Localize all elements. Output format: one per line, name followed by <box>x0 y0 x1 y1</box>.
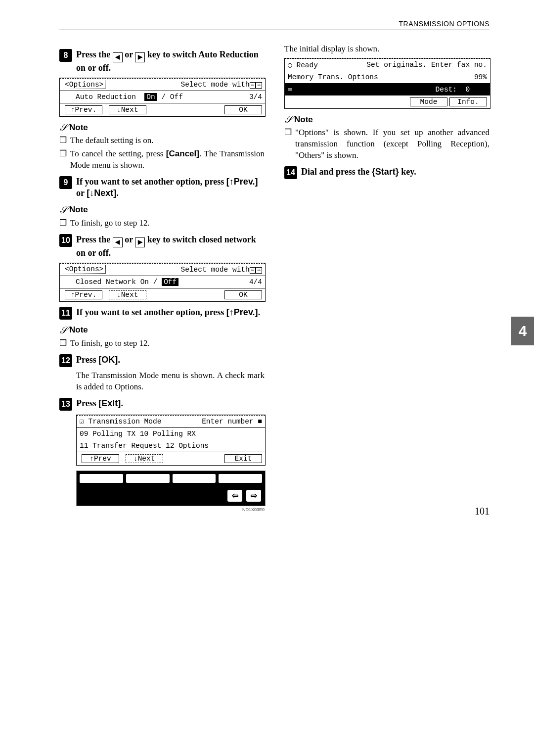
right-arrow-icon: ▶ <box>135 237 145 247</box>
lcd-prev-button[interactable]: ↑Prev <box>82 454 119 463</box>
note-heading: 𝒮 Note <box>59 122 265 133</box>
note-heading: 𝒮 Note <box>284 114 490 125</box>
step-13: 13 Press [Exit]. <box>59 398 265 411</box>
note-heading: 𝒮 Note <box>59 325 265 336</box>
note-list: "Options" is shown. If you set up anothe… <box>284 127 490 161</box>
note-list: To finish, go to step 12. <box>59 218 265 229</box>
lcd-panel-ready: ◯ Ready Set originals. Enter fax no. Mem… <box>284 58 490 109</box>
text: or <box>123 235 135 244</box>
soft-key[interactable] <box>126 474 170 483</box>
step-number: 13 <box>59 398 72 411</box>
step-body: The Transmission Mode menu is shown. A c… <box>76 370 265 393</box>
lcd-line2: Closed Network On / Off <box>63 278 178 286</box>
header-section-title: TRANSMISSION OPTIONS <box>59 20 490 30</box>
step-text: Press [Exit]. <box>76 398 123 409</box>
chapter-tab: 4 <box>511 317 534 345</box>
step-11: 11 If you want to set another option, pr… <box>59 307 265 320</box>
lcd-line2: Auto Reduction On / Off <box>63 93 183 101</box>
note-item: The default setting is on. <box>70 135 265 146</box>
note-item: To cancel the setting, press [Cancel]. T… <box>70 148 265 171</box>
step-text: If you want to set another option, press… <box>76 307 261 318</box>
soft-key[interactable] <box>219 474 262 483</box>
lcd-title-left: <Options> <box>63 265 106 274</box>
arrow-key-panel: ⇦ ⇨ <box>76 471 266 506</box>
lcd-next-button-disabled: ↓Next <box>109 290 146 299</box>
note-label: Note <box>294 115 313 125</box>
step-12: 12 Press [OK]. <box>59 354 265 367</box>
lcd-percent: 99% <box>474 73 487 81</box>
lcd-mode-button[interactable]: Mode <box>410 97 447 106</box>
lcd-line: 09 Polling TX 10 Polling RX <box>77 428 265 440</box>
note-item: To finish, go to step 12. <box>70 218 265 229</box>
note-list: The default setting is on. To cancel the… <box>59 135 265 171</box>
soft-key[interactable] <box>80 474 123 483</box>
step-14: 14 Dial and press the {Start} key. <box>284 166 490 179</box>
step-text: Press [OK]. <box>76 354 120 366</box>
step-number: 8 <box>59 49 72 62</box>
lcd-title-left: ☑ Transmission Mode <box>80 417 161 425</box>
lcd-exit-button[interactable]: Exit <box>224 454 262 463</box>
lcd-ok-button[interactable]: OK <box>224 105 262 114</box>
text: or <box>123 49 135 59</box>
lcd-memory-trans: Memory Trans. Options <box>288 73 378 81</box>
step-9: 9 If you want to set another option, pre… <box>59 176 265 199</box>
note-label: Note <box>69 205 88 215</box>
figure-caption: ND1X03E0 <box>76 507 265 512</box>
lcd-line2-right: 3/4 <box>249 93 262 101</box>
note-label: Note <box>69 123 88 133</box>
left-arrow-icon: ◀ <box>113 52 123 62</box>
note-list: To finish, go to step 12. <box>59 338 265 349</box>
intro-text: The initial display is shown. <box>284 44 490 54</box>
left-arrow-key[interactable]: ⇦ <box>227 490 242 502</box>
lcd-panel-transmission-mode: ☑ Transmission Mode Enter number ■ 09 Po… <box>76 415 266 466</box>
lcd-title-right: Enter number ■ <box>202 418 262 425</box>
lcd-prev-button[interactable]: ↑Prev. <box>65 290 102 299</box>
lcd-line: 11 Transfer Request 12 Options <box>77 440 265 452</box>
note-icon: 𝒮 <box>59 325 66 336</box>
right-arrow-key[interactable]: ⇨ <box>246 490 261 502</box>
right-arrow-icon: ▶ <box>135 52 145 62</box>
lcd-dest: Dest: 0 <box>436 86 487 94</box>
step-10: 10 Press the ◀ or ▶ key to switch closed… <box>59 234 265 259</box>
step-8: 8 Press the ◀ or ▶ key to switch Auto Re… <box>59 49 265 74</box>
step-text: If you want to set another option, press… <box>76 176 265 199</box>
step-number: 9 <box>59 176 72 189</box>
note-label: Note <box>69 325 88 335</box>
lcd-next-button[interactable]: ↓Next <box>109 105 146 114</box>
note-heading: 𝒮 Note <box>59 204 265 216</box>
note-icon: 𝒮 <box>59 122 66 133</box>
lcd-info-button[interactable]: Info. <box>449 97 487 106</box>
lcd-prev-button[interactable]: ↑Prev. <box>65 105 102 114</box>
note-item: To finish, go to step 12. <box>70 338 265 349</box>
lcd-ok-button[interactable]: OK <box>224 290 262 299</box>
step-number: 11 <box>59 307 72 320</box>
note-icon: 𝒮 <box>59 204 66 216</box>
lcd-title-right: Select mode with⇦⇨ <box>181 81 262 89</box>
text: Press the <box>76 235 113 244</box>
step-number: 14 <box>284 166 297 179</box>
page-number: 101 <box>475 506 490 517</box>
step-text: Press the ◀ or ▶ key to switch closed ne… <box>76 234 265 259</box>
left-arrow-icon: ◀ <box>113 237 123 247</box>
step-text: Dial and press the {Start} key. <box>301 166 416 178</box>
note-item: "Options" is shown. If you set up anothe… <box>295 127 490 161</box>
text: Press the <box>76 49 113 59</box>
lcd-ready: ◯ Ready <box>288 61 318 69</box>
lcd-panel-options-1: <Options> Select mode with⇦⇨ Auto Reduct… <box>59 78 266 117</box>
lcd-instruction: Set originals. Enter fax no. <box>366 61 487 69</box>
soft-key[interactable] <box>173 474 216 483</box>
step-text: Press the ◀ or ▶ key to switch Auto Redu… <box>76 49 265 74</box>
lcd-panel-options-2: <Options> Select mode with⇦⇨ Closed Netw… <box>59 263 266 302</box>
step-number: 12 <box>59 354 72 367</box>
step-number: 10 <box>59 234 72 247</box>
lcd-title-right: Select mode with⇦⇨ <box>181 266 262 274</box>
note-icon: 𝒮 <box>284 114 291 125</box>
lcd-line2-right: 4/4 <box>249 278 262 286</box>
lcd-dest-icon: ⌨ <box>288 86 292 94</box>
lcd-title-left: <Options> <box>63 81 106 89</box>
lcd-next-button-disabled: ↓Next <box>126 454 163 463</box>
